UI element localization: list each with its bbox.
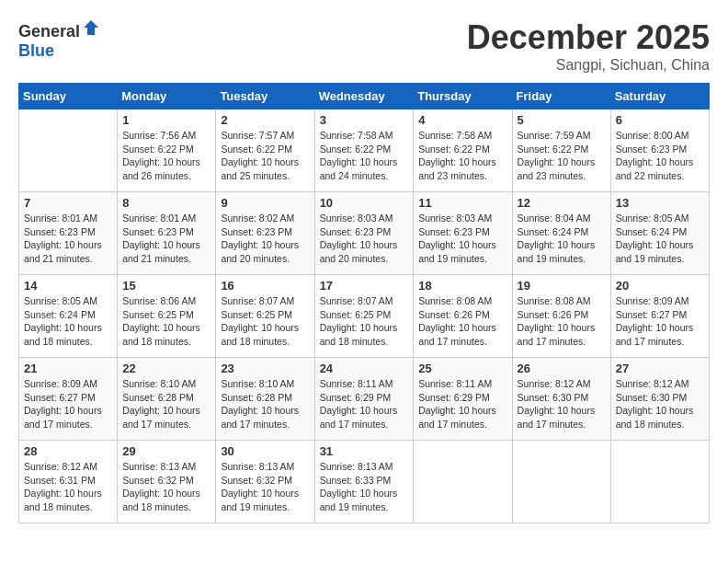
calendar-cell: 21Sunrise: 8:09 AMSunset: 6:27 PMDayligh… [19,358,118,441]
calendar-week-row: 21Sunrise: 8:09 AMSunset: 6:27 PMDayligh… [19,358,710,441]
day-number: 26 [518,362,606,375]
day-number: 25 [418,362,506,375]
calendar-cell: 22Sunrise: 8:10 AMSunset: 6:28 PMDayligh… [118,358,216,441]
day-number: 30 [221,444,309,458]
day-number: 17 [320,279,409,293]
day-number: 29 [122,444,210,458]
calendar-cell: 20Sunrise: 8:09 AMSunset: 6:27 PMDayligh… [610,275,709,358]
calendar-cell: 13Sunrise: 8:05 AMSunset: 6:24 PMDayligh… [610,192,709,275]
logo-icon [82,18,100,37]
calendar-cell: 5Sunrise: 7:59 AMSunset: 6:22 PMDaylight… [512,109,610,192]
logo: General Blue [18,18,100,61]
day-info: Sunrise: 7:57 AMSunset: 6:22 PMDaylight:… [221,129,309,183]
day-info: Sunrise: 8:09 AMSunset: 6:27 PMDaylight:… [24,377,112,431]
calendar-cell: 17Sunrise: 8:07 AMSunset: 6:25 PMDayligh… [314,275,414,358]
calendar-cell: 10Sunrise: 8:03 AMSunset: 6:23 PMDayligh… [314,192,414,275]
month-title: December 2025 [467,18,710,57]
day-number: 9 [221,196,309,210]
day-info: Sunrise: 8:01 AMSunset: 6:23 PMDaylight:… [24,212,112,266]
calendar-cell: 25Sunrise: 8:11 AMSunset: 6:29 PMDayligh… [414,358,512,441]
calendar-cell: 26Sunrise: 8:12 AMSunset: 6:30 PMDayligh… [512,358,610,441]
day-info: Sunrise: 8:12 AMSunset: 6:30 PMDaylight:… [616,377,704,431]
day-number: 7 [24,196,112,210]
calendar-week-row: 28Sunrise: 8:12 AMSunset: 6:31 PMDayligh… [19,441,710,523]
day-info: Sunrise: 8:01 AMSunset: 6:23 PMDaylight:… [122,212,210,266]
calendar-cell: 12Sunrise: 8:04 AMSunset: 6:24 PMDayligh… [512,192,610,275]
day-number: 31 [320,444,409,458]
calendar-cell: 28Sunrise: 8:12 AMSunset: 6:31 PMDayligh… [19,441,118,523]
day-info: Sunrise: 7:58 AMSunset: 6:22 PMDaylight:… [418,129,506,183]
calendar-cell: 23Sunrise: 8:10 AMSunset: 6:28 PMDayligh… [216,358,314,441]
day-info: Sunrise: 8:12 AMSunset: 6:30 PMDaylight:… [518,377,606,431]
calendar-cell: 18Sunrise: 8:08 AMSunset: 6:26 PMDayligh… [414,275,512,358]
day-info: Sunrise: 8:13 AMSunset: 6:32 PMDaylight:… [221,460,309,514]
weekday-header-monday: Monday [118,84,216,109]
calendar-cell [19,109,118,192]
day-number: 18 [418,279,506,293]
day-info: Sunrise: 8:13 AMSunset: 6:32 PMDaylight:… [122,460,210,514]
day-number: 8 [122,196,210,210]
day-info: Sunrise: 8:02 AMSunset: 6:23 PMDaylight:… [221,212,309,266]
calendar-cell: 6Sunrise: 8:00 AMSunset: 6:23 PMDaylight… [610,109,709,192]
day-number: 11 [418,196,506,210]
day-info: Sunrise: 8:08 AMSunset: 6:26 PMDaylight:… [518,294,606,349]
calendar-cell: 16Sunrise: 8:07 AMSunset: 6:25 PMDayligh… [216,275,314,358]
day-info: Sunrise: 8:06 AMSunset: 6:25 PMDaylight:… [122,294,210,349]
logo-general: General [18,22,80,40]
day-info: Sunrise: 8:04 AMSunset: 6:24 PMDaylight:… [518,212,606,266]
page-header: General Blue December 2025 Sangpi, Sichu… [18,18,710,74]
calendar-cell: 19Sunrise: 8:08 AMSunset: 6:26 PMDayligh… [512,275,610,358]
calendar-cell [610,441,709,523]
day-info: Sunrise: 8:05 AMSunset: 6:24 PMDaylight:… [24,294,112,349]
day-info: Sunrise: 8:08 AMSunset: 6:26 PMDaylight:… [418,294,506,349]
day-number: 1 [122,113,210,127]
calendar-cell: 3Sunrise: 7:58 AMSunset: 6:22 PMDaylight… [314,109,414,192]
weekday-header-saturday: Saturday [610,84,709,109]
day-info: Sunrise: 8:03 AMSunset: 6:23 PMDaylight:… [418,212,506,266]
day-info: Sunrise: 8:10 AMSunset: 6:28 PMDaylight:… [122,377,210,431]
calendar-cell: 11Sunrise: 8:03 AMSunset: 6:23 PMDayligh… [414,192,512,275]
day-info: Sunrise: 8:09 AMSunset: 6:27 PMDaylight:… [616,294,704,349]
day-number: 24 [320,362,409,375]
day-info: Sunrise: 8:11 AMSunset: 6:29 PMDaylight:… [320,377,409,431]
day-number: 12 [518,196,606,210]
day-number: 21 [24,362,112,375]
day-number: 6 [616,113,704,127]
day-number: 5 [518,113,606,127]
day-info: Sunrise: 7:59 AMSunset: 6:22 PMDaylight:… [518,129,606,183]
day-number: 20 [616,279,704,293]
weekday-header-friday: Friday [512,84,610,109]
day-info: Sunrise: 8:07 AMSunset: 6:25 PMDaylight:… [221,294,309,349]
day-info: Sunrise: 8:11 AMSunset: 6:29 PMDaylight:… [418,377,506,431]
day-number: 19 [518,279,606,293]
calendar-cell: 15Sunrise: 8:06 AMSunset: 6:25 PMDayligh… [118,275,216,358]
weekday-header-sunday: Sunday [19,84,118,109]
weekday-header-row: SundayMondayTuesdayWednesdayThursdayFrid… [19,84,710,109]
calendar-cell: 30Sunrise: 8:13 AMSunset: 6:32 PMDayligh… [216,441,314,523]
day-number: 2 [221,113,309,127]
day-info: Sunrise: 7:56 AMSunset: 6:22 PMDaylight:… [122,129,210,183]
logo-blue: Blue [18,41,54,60]
calendar-cell: 24Sunrise: 8:11 AMSunset: 6:29 PMDayligh… [314,358,414,441]
calendar-cell: 1Sunrise: 7:56 AMSunset: 6:22 PMDaylight… [118,109,216,192]
weekday-header-thursday: Thursday [414,84,512,109]
day-number: 14 [24,279,112,293]
day-number: 4 [418,113,506,127]
day-number: 22 [122,362,210,375]
calendar-cell: 14Sunrise: 8:05 AMSunset: 6:24 PMDayligh… [19,275,118,358]
day-number: 10 [320,196,409,210]
day-number: 27 [616,362,704,375]
weekday-header-wednesday: Wednesday [314,84,414,109]
calendar-table: SundayMondayTuesdayWednesdayThursdayFrid… [18,83,710,523]
weekday-header-tuesday: Tuesday [216,84,314,109]
calendar-week-row: 1Sunrise: 7:56 AMSunset: 6:22 PMDaylight… [19,109,710,192]
day-info: Sunrise: 8:10 AMSunset: 6:28 PMDaylight:… [221,377,309,431]
day-number: 15 [122,279,210,293]
day-info: Sunrise: 8:12 AMSunset: 6:31 PMDaylight:… [24,460,112,514]
calendar-cell [512,441,610,523]
calendar-cell: 31Sunrise: 8:13 AMSunset: 6:33 PMDayligh… [314,441,414,523]
calendar-cell: 29Sunrise: 8:13 AMSunset: 6:32 PMDayligh… [118,441,216,523]
calendar-cell: 2Sunrise: 7:57 AMSunset: 6:22 PMDaylight… [216,109,314,192]
title-block: December 2025 Sangpi, Sichuan, China [467,18,710,74]
day-info: Sunrise: 7:58 AMSunset: 6:22 PMDaylight:… [320,129,409,183]
